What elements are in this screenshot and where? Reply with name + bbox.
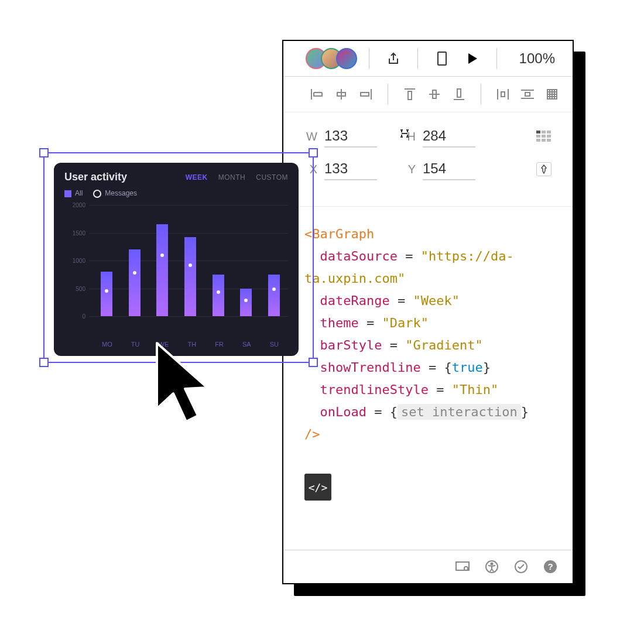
code-line: showTrendline = {true} [304,357,551,379]
inspector-panel: 100% W 133 H 284 [282,40,574,584]
panel-topbar: 100% [283,41,573,77]
svg-rect-4 [536,135,540,138]
grid-icon[interactable] [543,85,561,103]
svg-rect-2 [542,131,546,133]
code-line: <BarGraph [304,223,551,245]
mouse-cursor-icon [151,340,215,433]
resize-handle-nw[interactable] [39,148,49,157]
anchor-grid-icon[interactable] [536,131,551,142]
panel-bottombar: ? [283,550,573,583]
code-line: dateRange = "Week" [304,290,551,312]
selection-frame[interactable] [43,152,314,363]
svg-rect-7 [536,139,540,142]
x-input[interactable]: 133 [324,158,377,180]
check-circle-icon[interactable] [513,559,529,575]
y-input[interactable]: 154 [423,158,475,180]
accessibility-icon[interactable] [484,559,500,575]
svg-rect-9 [547,139,551,142]
separator [481,84,481,105]
code-line: onLoad = {set interaction} [304,401,551,423]
screen-settings-icon[interactable] [454,559,471,575]
separator [417,48,418,69]
separator [369,48,369,69]
avatar-3[interactable] [336,48,357,69]
resize-handle-sw[interactable] [39,358,49,367]
code-panel[interactable]: <BarGraph dataSource = "https://da-ta.ux… [283,207,573,462]
svg-rect-10 [456,562,469,570]
align-right-icon[interactable] [357,85,375,103]
svg-rect-6 [547,135,551,138]
svg-point-13 [491,563,493,565]
align-center-v-icon[interactable] [426,85,443,103]
help-icon[interactable]: ? [542,559,559,575]
svg-text:?: ? [547,561,553,571]
zoom-level[interactable]: 100% [519,50,555,67]
svg-rect-1 [536,131,540,133]
svg-rect-5 [542,135,546,138]
svg-rect-0 [438,52,446,65]
code-line: ta.uxpin.com" [304,268,551,290]
separator [496,48,497,69]
svg-rect-3 [547,131,551,133]
width-label: W [304,130,317,143]
separator [388,84,388,105]
collaborator-avatars[interactable] [283,48,357,69]
alignment-toolbar [283,77,573,112]
geometry-section: W 133 H 284 X 133 Y 154 [283,112,573,207]
align-left-icon[interactable] [308,85,326,103]
code-line: /> [304,423,551,446]
code-line: barStyle = "Gradient" [304,334,551,357]
svg-rect-8 [542,139,546,142]
code-line: theme = "Dark" [304,312,551,334]
align-bottom-icon[interactable] [450,85,468,103]
y-label: Y [403,163,416,176]
device-icon[interactable] [433,50,451,67]
align-top-icon[interactable] [401,85,419,103]
constrain-icon[interactable] [398,128,411,139]
resize-handle-ne[interactable] [309,148,318,157]
code-line: trendlineStyle = "Thin" [304,379,551,401]
align-center-h-icon[interactable] [333,85,350,103]
code-toggle-button[interactable]: </> [304,474,331,501]
resize-handle-se[interactable] [309,358,318,367]
distribute-h-icon[interactable] [494,85,512,103]
pin-icon[interactable] [536,162,551,176]
distribute-v-icon[interactable] [519,85,536,103]
height-input[interactable]: 284 [423,125,475,148]
code-line: dataSource = "https://da- [304,245,551,268]
width-input[interactable]: 133 [324,125,377,148]
export-icon[interactable] [385,50,402,67]
play-icon[interactable] [464,50,481,67]
